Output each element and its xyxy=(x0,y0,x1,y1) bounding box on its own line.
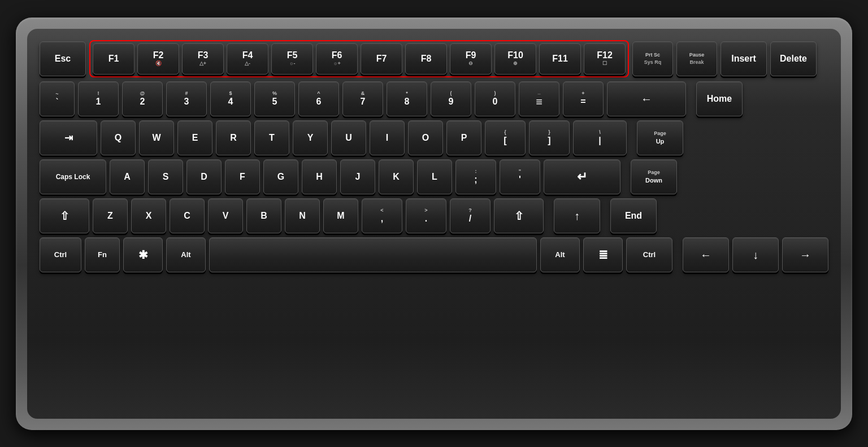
key-arrow-up[interactable]: ↑ xyxy=(554,198,600,233)
key-7[interactable]: & 7 xyxy=(342,81,383,116)
key-insert[interactable]: Insert xyxy=(721,41,767,76)
key-f5[interactable]: F5 ☼- xyxy=(271,43,313,75)
key-caps-lock[interactable]: Caps Lock xyxy=(40,159,106,194)
key-9[interactable]: ( 9 xyxy=(431,81,471,116)
key-minus[interactable]: _ ≡ xyxy=(519,81,559,116)
key-8[interactable]: * 8 xyxy=(387,81,427,116)
key-e[interactable]: E xyxy=(177,120,212,155)
keyboard-outer: Esc F1 F2 🔇 F3 △+ F4 △- xyxy=(16,18,852,430)
key-5[interactable]: % 5 xyxy=(254,81,295,116)
key-pause[interactable]: Pause Break xyxy=(676,41,717,76)
key-f12[interactable]: F12 ☐ xyxy=(584,43,626,75)
key-f10[interactable]: F10 ⊕ xyxy=(494,43,536,75)
key-v[interactable]: V xyxy=(208,198,243,233)
key-comma[interactable]: < , xyxy=(362,198,402,233)
key-arrow-left[interactable]: ← xyxy=(683,237,729,272)
key-t[interactable]: T xyxy=(254,120,289,155)
key-x[interactable]: X xyxy=(131,198,166,233)
key-l[interactable]: L xyxy=(417,159,452,194)
key-shift-left[interactable]: ⇧ xyxy=(40,198,89,233)
key-z[interactable]: Z xyxy=(93,198,128,233)
key-c[interactable]: C xyxy=(170,198,205,233)
key-f9[interactable]: F9 ⊖ xyxy=(450,43,492,75)
key-f7[interactable]: F7 xyxy=(361,43,402,75)
number-row: ~ ` ! 1 @ 2 # 3 $ 4 % 5 xyxy=(40,81,828,116)
qwerty-row: ⇥ Q W E R T Y U I O P { [ } ] \ | xyxy=(40,120,828,155)
key-d[interactable]: D xyxy=(186,159,222,194)
function-key-row: Esc F1 F2 🔇 F3 △+ F4 △- xyxy=(40,40,828,77)
key-i[interactable]: I xyxy=(370,120,405,155)
keyboard-inner: Esc F1 F2 🔇 F3 △+ F4 △- xyxy=(27,29,841,419)
key-2[interactable]: @ 2 xyxy=(122,81,163,116)
key-arrow-right[interactable]: → xyxy=(782,237,828,272)
key-quote[interactable]: " ' xyxy=(500,159,540,194)
key-semicolon[interactable]: : ; xyxy=(455,159,496,194)
key-menu[interactable]: ≣ xyxy=(583,237,623,272)
key-backtick[interactable]: ~ ` xyxy=(40,81,75,116)
key-f3[interactable]: F3 △+ xyxy=(182,43,224,75)
key-s[interactable]: S xyxy=(148,159,183,194)
key-f4[interactable]: F4 △- xyxy=(227,43,268,75)
key-equals[interactable]: + = xyxy=(563,81,604,116)
key-4[interactable]: $ 4 xyxy=(210,81,251,116)
key-m[interactable]: M xyxy=(323,198,358,233)
key-f8[interactable]: F8 xyxy=(405,43,447,75)
key-ctrl-right[interactable]: Ctrl xyxy=(626,237,672,272)
key-alt-right[interactable]: Alt xyxy=(540,237,580,272)
key-n[interactable]: N xyxy=(285,198,320,233)
key-close-bracket[interactable]: } ] xyxy=(529,120,570,155)
f-key-highlight-group: F1 F2 🔇 F3 △+ F4 △- F5 ☼- xyxy=(89,40,629,77)
key-a[interactable]: A xyxy=(110,159,145,194)
key-page-up[interactable]: Page Up xyxy=(637,120,683,155)
bottom-row: Ctrl Fn ✱ Alt Alt ≣ Ctrl xyxy=(40,237,828,272)
asdf-row: Caps Lock A S D F G H J K L : ; " ' ↵ xyxy=(40,159,828,194)
key-o[interactable]: O xyxy=(408,120,443,155)
key-prt-sc[interactable]: Prt Sc Sys Rq xyxy=(632,41,673,76)
key-y[interactable]: Y xyxy=(293,120,328,155)
key-ctrl-left[interactable]: Ctrl xyxy=(40,237,81,272)
key-space[interactable] xyxy=(209,237,537,272)
key-esc[interactable]: Esc xyxy=(40,41,86,76)
key-end[interactable]: End xyxy=(610,198,657,233)
key-period[interactable]: > . xyxy=(406,198,446,233)
key-6[interactable]: ^ 6 xyxy=(298,81,339,116)
key-w[interactable]: W xyxy=(139,120,174,155)
key-f[interactable]: F xyxy=(225,159,260,194)
key-h[interactable]: H xyxy=(302,159,337,194)
key-3[interactable]: # 3 xyxy=(166,81,207,116)
zxcv-row: ⇧ Z X C V B N M < , > . ? / ⇧ xyxy=(40,198,828,233)
key-r[interactable]: R xyxy=(216,120,251,155)
key-b[interactable]: B xyxy=(246,198,281,233)
key-q[interactable]: Q xyxy=(101,120,136,155)
key-f6[interactable]: F6 ☼+ xyxy=(316,43,358,75)
key-tab[interactable]: ⇥ xyxy=(40,120,97,155)
key-win[interactable]: ✱ xyxy=(123,237,163,272)
key-alt-left[interactable]: Alt xyxy=(166,237,206,272)
key-g[interactable]: G xyxy=(263,159,298,194)
key-k[interactable]: K xyxy=(379,159,414,194)
key-0[interactable]: ) 0 xyxy=(475,81,515,116)
key-arrow-down[interactable]: ↓ xyxy=(732,237,779,272)
key-delete[interactable]: Delete xyxy=(770,41,817,76)
key-1[interactable]: ! 1 xyxy=(78,81,119,116)
key-page-down[interactable]: Page Down xyxy=(631,159,677,194)
key-j[interactable]: J xyxy=(340,159,375,194)
key-f2[interactable]: F2 🔇 xyxy=(137,43,179,75)
key-backspace[interactable]: ← xyxy=(607,81,686,116)
key-shift-right[interactable]: ⇧ xyxy=(494,198,544,233)
key-fn[interactable]: Fn xyxy=(85,237,120,272)
key-slash[interactable]: ? / xyxy=(450,198,491,233)
key-f1[interactable]: F1 xyxy=(93,43,134,75)
key-p[interactable]: P xyxy=(446,120,481,155)
key-backslash[interactable]: \ | xyxy=(573,120,627,155)
key-f11[interactable]: F11 xyxy=(539,43,581,75)
key-home[interactable]: Home xyxy=(696,81,743,116)
key-open-bracket[interactable]: { [ xyxy=(485,120,526,155)
key-u[interactable]: U xyxy=(331,120,366,155)
key-enter[interactable]: ↵ xyxy=(544,159,620,194)
